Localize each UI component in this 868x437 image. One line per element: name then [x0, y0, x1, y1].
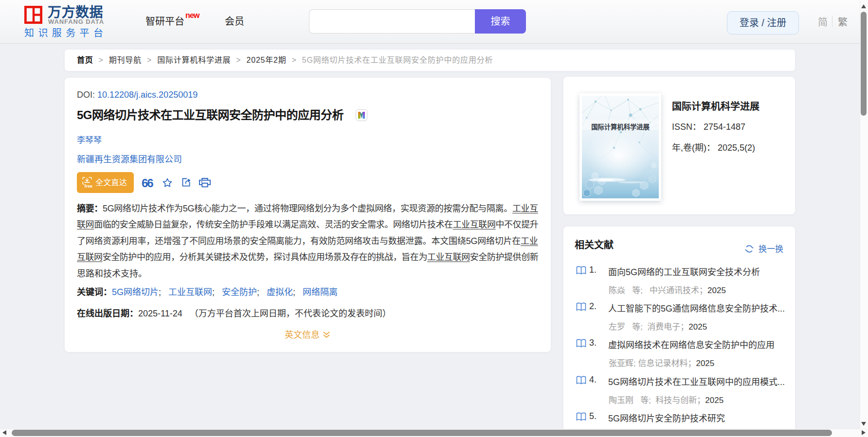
- svg-text:free: free: [85, 184, 93, 189]
